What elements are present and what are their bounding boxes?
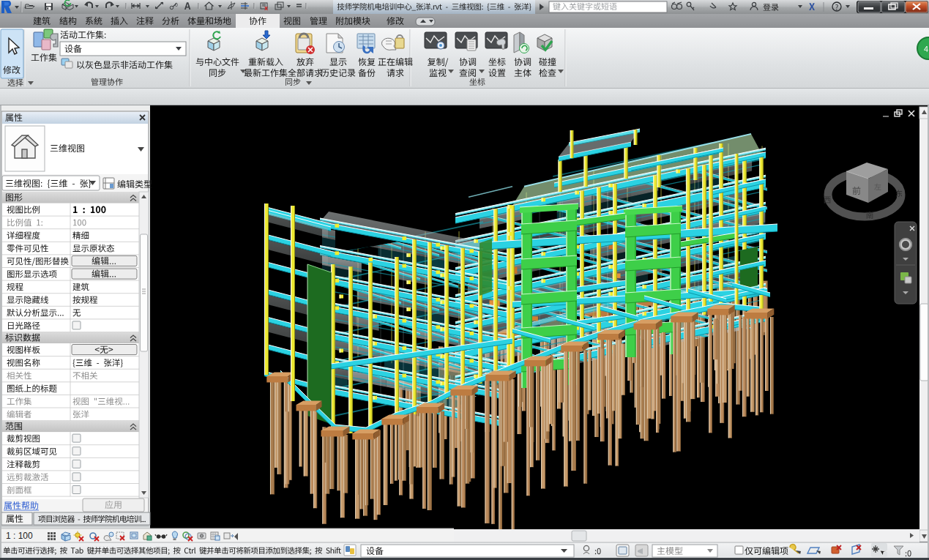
svg-text:1 : 100: 1 : 100 xyxy=(6,531,33,541)
